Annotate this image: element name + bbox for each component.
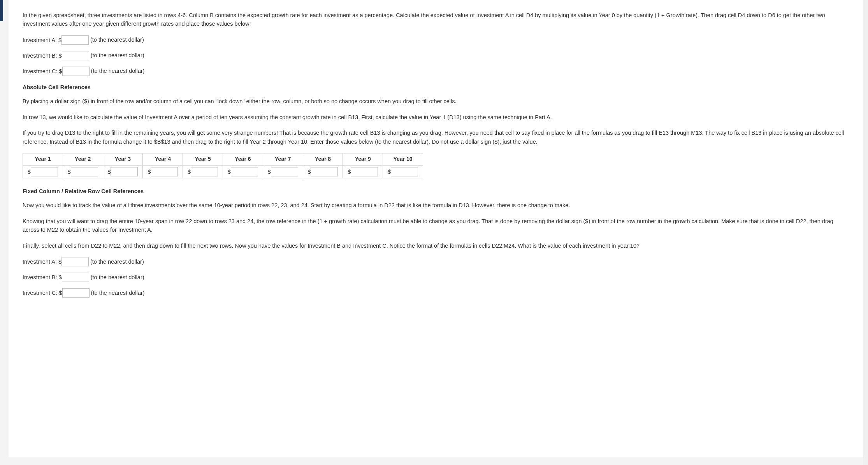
year-3-header: Year 3 xyxy=(103,153,143,166)
investment-b-y10-label: Investment B: $ xyxy=(23,274,62,280)
year-1-input[interactable] xyxy=(31,167,58,176)
investment-b-suffix: (to the nearest dollar) xyxy=(91,52,144,58)
dollar-sign: $ xyxy=(348,168,351,174)
year-10-input[interactable] xyxy=(391,167,418,176)
year-7-header: Year 7 xyxy=(263,153,303,166)
year-7-input[interactable] xyxy=(271,167,298,176)
investment-a-input[interactable] xyxy=(61,35,89,45)
investment-b-input[interactable] xyxy=(62,51,89,60)
dollar-sign: $ xyxy=(108,168,111,174)
year-5-header: Year 5 xyxy=(183,153,223,166)
scrollbar-gutter[interactable] xyxy=(863,0,868,457)
investment-a-y10-suffix: (to the nearest dollar) xyxy=(90,259,144,265)
year-6-header: Year 6 xyxy=(223,153,263,166)
investment-a-y10-row: Investment A: $(to the nearest dollar) xyxy=(23,257,849,266)
investment-b-y10-row: Investment B: $(to the nearest dollar) xyxy=(23,273,849,282)
year-4-input[interactable] xyxy=(151,167,178,176)
investment-a-suffix: (to the nearest dollar) xyxy=(90,37,144,43)
dollar-sign: $ xyxy=(388,168,391,174)
year-9-header: Year 9 xyxy=(343,153,383,166)
year-8-input[interactable] xyxy=(311,167,338,176)
investment-c-y10-label: Investment C: $ xyxy=(23,290,62,296)
abs-p3: If you try to drag D13 to the right to f… xyxy=(23,129,849,146)
investment-c-y10-row: Investment C: $(to the nearest dollar) xyxy=(23,288,849,298)
dollar-sign: $ xyxy=(228,168,231,174)
year-9-input[interactable] xyxy=(351,167,378,176)
fixed-p2: Knowing that you will want to drag the e… xyxy=(23,217,849,234)
year-10-header: Year 10 xyxy=(383,153,423,166)
year-input-row: $ $ $ $ $ $ $ $ $ $ xyxy=(23,165,423,178)
investment-a-y10-input[interactable] xyxy=(61,257,89,266)
dollar-sign: $ xyxy=(68,168,71,174)
investment-c-y10-suffix: (to the nearest dollar) xyxy=(91,290,145,296)
abs-p1: By placing a dollar sign ($) in front of… xyxy=(23,97,849,106)
dollar-sign: $ xyxy=(308,168,311,174)
investment-b-y10-suffix: (to the nearest dollar) xyxy=(91,274,144,280)
year-2-input[interactable] xyxy=(71,167,98,176)
year-5-input[interactable] xyxy=(191,167,218,176)
investment-b-label: Investment B: $ xyxy=(23,52,62,58)
absolute-references-heading: Absolute Cell References xyxy=(23,83,849,92)
year-4-header: Year 4 xyxy=(143,153,183,166)
dollar-sign: $ xyxy=(268,168,271,174)
abs-p2: In row 13, we would like to calculate th… xyxy=(23,113,849,122)
investment-a-y10-label: Investment A: $ xyxy=(23,259,61,265)
dollar-sign: $ xyxy=(28,168,31,174)
question-body: In the given spreadsheet, three investme… xyxy=(9,0,863,457)
investment-a-label: Investment A: $ xyxy=(23,37,61,43)
investment-b-y10-input[interactable] xyxy=(62,273,89,282)
year-1-header: Year 1 xyxy=(23,153,63,166)
investment-c-suffix: (to the nearest dollar) xyxy=(91,68,145,74)
investment-c-label: Investment C: $ xyxy=(23,68,62,74)
dollar-sign: $ xyxy=(148,168,151,174)
year-3-input[interactable] xyxy=(111,167,138,176)
investment-c-input[interactable] xyxy=(62,67,90,76)
year-table: Year 1 Year 2 Year 3 Year 4 Year 5 Year … xyxy=(23,153,423,178)
fixed-p1: Now you would like to track the value of… xyxy=(23,201,849,210)
year-header-row: Year 1 Year 2 Year 3 Year 4 Year 5 Year … xyxy=(23,153,423,166)
intro-paragraph: In the given spreadsheet, three investme… xyxy=(23,11,849,28)
dollar-sign: $ xyxy=(188,168,191,174)
investment-c-y10-input[interactable] xyxy=(62,288,90,298)
fixed-column-heading: Fixed Column / Relative Row Cell Referen… xyxy=(23,187,849,196)
investment-b-row: Investment B: $(to the nearest dollar) xyxy=(23,51,849,60)
investment-c-row: Investment C: $(to the nearest dollar) xyxy=(23,67,849,76)
year-6-input[interactable] xyxy=(231,167,258,176)
year-2-header: Year 2 xyxy=(63,153,103,166)
left-accent-bar xyxy=(0,0,3,21)
fixed-p3: Finally, select all cells from D22 to M2… xyxy=(23,241,849,250)
year-8-header: Year 8 xyxy=(303,153,343,166)
investment-a-row: Investment A: $(to the nearest dollar) xyxy=(23,35,849,45)
